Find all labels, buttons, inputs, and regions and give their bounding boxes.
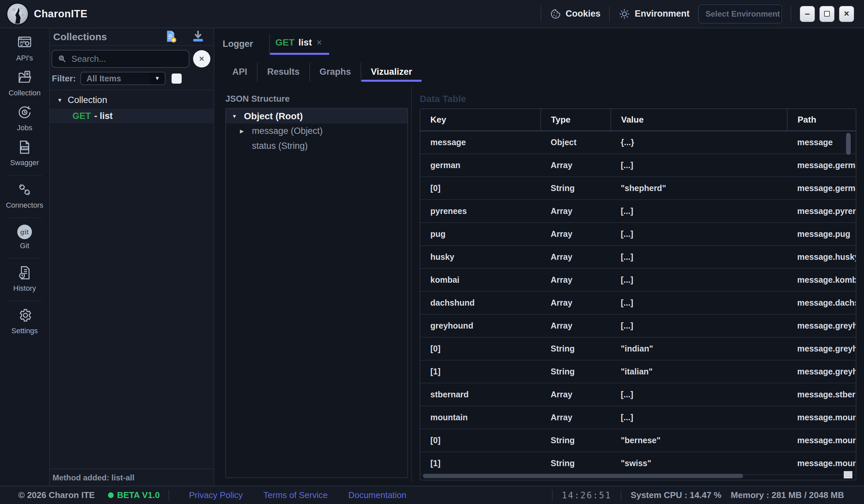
cell-key: husky xyxy=(420,245,541,268)
tab-api[interactable]: API xyxy=(223,60,257,84)
table-row[interactable]: [1]String"swiss"message.mountain[1] xyxy=(420,452,856,475)
cell-value: [...] xyxy=(611,268,787,291)
table-row[interactable]: pugArray[...]message.pug xyxy=(420,223,856,245)
table-row[interactable]: dachshundArray[...]message.dachshund xyxy=(420,291,856,314)
new-collection-button[interactable] xyxy=(164,29,178,45)
beta-label: BETA V1.0 xyxy=(117,490,160,500)
tab-get-list[interactable]: GET list × xyxy=(270,33,329,55)
cell-path: message.stbernard xyxy=(787,383,856,406)
cell-path: message.mountain xyxy=(787,406,856,429)
sidebar-item-settings[interactable]: Settings xyxy=(11,308,38,335)
tab-request-method: GET xyxy=(275,37,295,48)
horizontal-scrollbar[interactable] xyxy=(423,474,743,478)
sidebar-item-collection[interactable]: Collection xyxy=(9,70,41,97)
table-row[interactable]: [0]String"bernese"message.mountain[0] xyxy=(420,429,856,452)
scrollbar-corner xyxy=(844,471,852,478)
tab-results[interactable]: Results xyxy=(257,60,309,84)
table-row[interactable]: [0]String"shepherd"message.german[0] xyxy=(420,177,856,200)
search-input[interactable]: Search... xyxy=(51,50,189,68)
cell-value: {...} xyxy=(611,131,787,154)
table-row[interactable]: huskyArray[...]message.husky xyxy=(420,245,856,268)
cell-path: message xyxy=(787,131,856,154)
sidebar-item-label: API's xyxy=(16,54,33,62)
table-row[interactable]: pyreneesArray[...]message.pyrenees xyxy=(420,200,856,223)
footer-link-documentation[interactable]: Documentation xyxy=(348,490,406,500)
sidebar-item-label: Git xyxy=(20,241,29,250)
app-logo-moon-wolf-icon xyxy=(7,4,28,24)
cell-path: message.dachshund xyxy=(787,291,856,314)
table-row[interactable]: greyhoundArray[...]message.greyhound xyxy=(420,314,856,337)
json-node-status[interactable]: status (String) xyxy=(226,139,407,154)
topbar-divider xyxy=(791,6,791,22)
json-node-message[interactable]: ▶message (Object) xyxy=(226,123,407,139)
footer-link-terms-of-service[interactable]: Terms of Service xyxy=(264,490,328,500)
table-row[interactable]: kombaiArray[...]message.kombai xyxy=(420,268,856,291)
close-button[interactable]: × xyxy=(839,6,854,22)
collections-panel: Collections xyxy=(50,28,214,486)
close-icon: × xyxy=(844,9,849,18)
cell-key: pyrenees xyxy=(420,200,541,223)
table-row[interactable]: [0]String"indian"message.greyhound[0] xyxy=(420,337,856,360)
sidebar-item-apis[interactable]: APIAPI's xyxy=(16,35,33,62)
request-item-get-list[interactable]: GET - list xyxy=(50,109,214,123)
cell-key: [0] xyxy=(420,337,541,360)
jobs-icon xyxy=(17,105,32,121)
data-table-panel: Data Table Key Type Value Path xyxy=(412,86,864,486)
footer-divider xyxy=(168,490,169,501)
cell-path: message.german[0] xyxy=(787,177,856,200)
collection-group[interactable]: ▼ Collection xyxy=(50,95,214,109)
minimize-button[interactable]: – xyxy=(800,6,815,22)
history-icon xyxy=(17,265,32,282)
topbar-divider xyxy=(609,6,610,22)
cell-value: [...] xyxy=(611,383,787,406)
footer-link-privacy-policy[interactable]: Privacy Policy xyxy=(189,490,243,500)
sidebar-item-connectors[interactable]: Connectors xyxy=(6,182,44,209)
sidebar-item-jobs[interactable]: Jobs xyxy=(17,105,32,132)
tab-logger[interactable]: Logger xyxy=(223,39,269,49)
vertical-scrollbar[interactable] xyxy=(846,133,851,155)
status-bar: © 2026 Charon ITE BETA V1.0 Privacy Poli… xyxy=(0,486,864,504)
search-placeholder: Search... xyxy=(71,54,106,64)
cell-type: String xyxy=(541,429,611,452)
apis-icon: API xyxy=(17,35,32,51)
sidebar-item-git[interactable]: gitGit xyxy=(17,225,32,250)
table-row[interactable]: [1]String"italian"message.greyhound[1] xyxy=(420,360,856,383)
maximize-button[interactable] xyxy=(819,6,835,22)
sidebar-item-swagger[interactable]: JSONSwagger xyxy=(10,140,39,167)
environment-select-value: Select Environment xyxy=(699,9,780,19)
sidebar-item-history[interactable]: History xyxy=(13,265,36,293)
cell-path: message.pug xyxy=(787,223,856,245)
table-row[interactable]: messageObject{...}message xyxy=(420,131,856,154)
tab-graphs[interactable]: Graphs xyxy=(310,60,361,84)
filter-select[interactable]: All Items ▼ xyxy=(81,72,166,85)
cell-key: dachshund xyxy=(420,291,541,314)
table-row[interactable]: stbernardArray[...]message.stbernard xyxy=(420,383,856,406)
app-window: CharonITE Cookies Environment S xyxy=(0,0,864,504)
chevron-down-icon: ▼ xyxy=(57,97,62,103)
cookies-button[interactable]: Cookies xyxy=(550,8,600,20)
json-node-label: status (String) xyxy=(252,141,308,151)
cell-value: [...] xyxy=(611,154,787,177)
filter-select-value: All Items xyxy=(81,74,149,83)
tab-vizualizer[interactable]: Vizualizer xyxy=(361,60,422,84)
sidebar-item-label: Jobs xyxy=(17,123,32,132)
cell-type: Array xyxy=(541,245,611,268)
close-tab-icon[interactable]: × xyxy=(317,37,322,48)
cell-key: [0] xyxy=(420,429,541,452)
environment-label: Environment xyxy=(635,9,689,19)
cell-value: [...] xyxy=(611,406,787,429)
environment-button[interactable]: Environment xyxy=(619,8,689,20)
import-collection-button[interactable] xyxy=(191,29,205,45)
table-row[interactable]: mountainArray[...]message.mountain xyxy=(420,406,856,429)
cell-key: german xyxy=(420,154,541,177)
collections-title: Collections xyxy=(53,31,164,43)
filter-checkbox[interactable] xyxy=(171,73,182,84)
table-row[interactable]: germanArray[...]message.german xyxy=(420,154,856,177)
json-node-object[interactable]: ▼Object (Root) xyxy=(226,109,407,123)
environment-select[interactable]: Select Environment ▼ xyxy=(698,4,782,24)
view-tab-bar: APIResultsGraphsVizualizer xyxy=(214,55,864,86)
main-area: Logger GET list × APIResultsGraphsVizual… xyxy=(214,28,864,486)
tab-request-name: list xyxy=(298,37,312,48)
cell-value: [...] xyxy=(611,314,787,337)
clear-search-button[interactable]: × xyxy=(193,50,211,68)
